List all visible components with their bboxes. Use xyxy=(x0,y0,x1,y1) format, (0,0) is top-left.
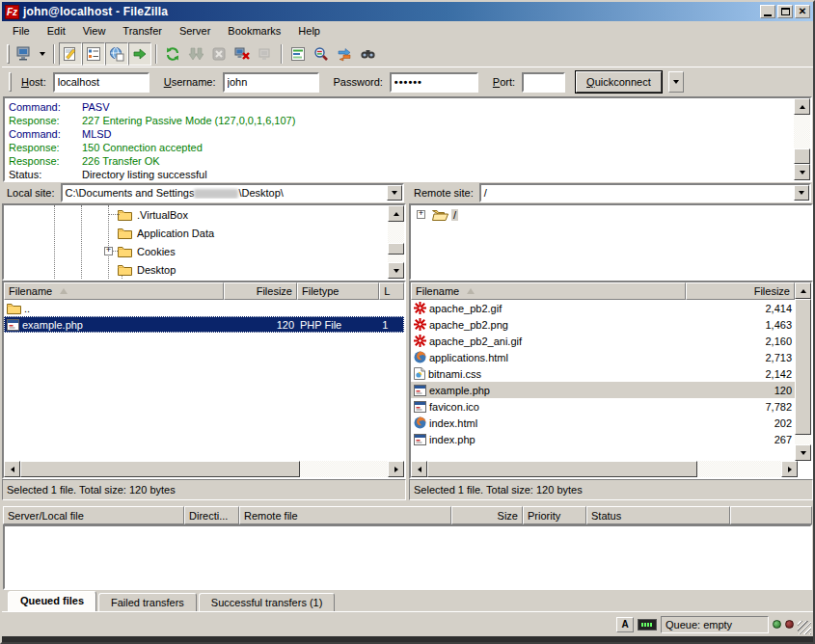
column-header-filename[interactable]: Filename xyxy=(411,282,686,300)
menu-transfer[interactable]: Transfer xyxy=(114,23,171,39)
local-site-dropdown-button[interactable] xyxy=(387,185,402,201)
scroll-left-button[interactable] xyxy=(4,461,20,477)
table-row[interactable]: favicon.ico 7,782 xyxy=(411,398,795,415)
titlebar[interactable]: Fz john@localhost - FileZilla ✕ xyxy=(2,2,813,21)
password-input[interactable] xyxy=(390,72,478,93)
queue-list[interactable] xyxy=(3,524,812,590)
tree-item[interactable]: + Application Data xyxy=(4,224,388,242)
scroll-up-button[interactable] xyxy=(388,205,404,222)
menu-edit[interactable]: Edit xyxy=(39,23,74,39)
table-row[interactable]: apache_pb2.png 1,463 xyxy=(411,316,795,333)
column-header-filetype[interactable]: Filetype xyxy=(297,282,379,300)
process-queue-button[interactable] xyxy=(184,42,207,66)
close-button[interactable]: ✕ xyxy=(795,5,810,18)
menu-bookmarks[interactable]: Bookmarks xyxy=(219,23,289,39)
disconnect-button[interactable] xyxy=(231,42,254,66)
tree-item[interactable]: .VirtualBox xyxy=(4,205,388,224)
tab-failed-transfers[interactable]: Failed transfers xyxy=(98,593,197,611)
tree-item-label[interactable]: Desktop xyxy=(135,264,177,276)
scroll-right-button[interactable] xyxy=(781,461,798,477)
toggle-local-tree-button[interactable] xyxy=(82,42,105,66)
remote-horizontal-scrollbar[interactable] xyxy=(411,461,798,477)
column-header-remote-file[interactable]: Remote file xyxy=(239,506,451,524)
local-list-body[interactable]: .. example.php 120 PHP File 1 xyxy=(4,300,404,461)
host-input[interactable] xyxy=(53,72,149,93)
tree-item-label[interactable]: .VirtualBox xyxy=(135,209,190,221)
toggle-remote-tree-button[interactable] xyxy=(105,42,128,66)
column-header-direction[interactable]: Directi... xyxy=(184,506,239,524)
expand-plus-icon[interactable]: + xyxy=(104,247,113,255)
scroll-right-button[interactable] xyxy=(388,461,404,477)
tree-item-label[interactable]: Application Data xyxy=(135,228,216,239)
directory-listing-filters-button[interactable] xyxy=(286,42,310,66)
speed-limits-icon[interactable] xyxy=(638,619,657,631)
quickconnect-button[interactable]: Quickconnect xyxy=(576,71,662,93)
remote-tree-area[interactable]: + / xyxy=(411,205,811,279)
column-header-filesize[interactable]: Filesize xyxy=(686,282,795,300)
column-header-filename[interactable]: Filename xyxy=(4,282,224,300)
tree-item[interactable]: + / xyxy=(411,205,811,224)
minimize-button[interactable] xyxy=(760,5,775,18)
find-files-button[interactable] xyxy=(356,42,379,66)
port-input[interactable] xyxy=(522,72,565,93)
remote-list-body[interactable]: apache_pb2.gif 2,414 apache_pb2.png 1,46… xyxy=(411,300,795,461)
column-header-priority[interactable]: Priority xyxy=(523,506,586,524)
table-row-selected-inactive[interactable]: example.php 120 xyxy=(411,382,795,398)
remote-list-vertical-scrollbar[interactable] xyxy=(795,282,811,461)
cancel-operation-button[interactable] xyxy=(207,42,231,66)
quickconnect-dropdown-button[interactable] xyxy=(668,71,684,93)
menu-help[interactable]: Help xyxy=(289,23,329,39)
transfer-type-ascii-icon[interactable]: A xyxy=(616,617,634,632)
column-header-filesize[interactable]: Filesize xyxy=(224,282,297,300)
username-input[interactable] xyxy=(223,72,319,93)
table-row[interactable]: index.html 202 xyxy=(411,415,795,431)
scrollbar-thumb[interactable] xyxy=(20,461,300,477)
scroll-left-button[interactable] xyxy=(411,461,427,477)
local-tree-vertical-scrollbar[interactable] xyxy=(388,205,404,279)
scrollbar-thumb[interactable] xyxy=(427,461,697,477)
scroll-down-button[interactable] xyxy=(388,262,404,279)
table-row[interactable]: apache_pb2.gif 2,414 xyxy=(411,300,795,316)
tree-item-label[interactable]: Cookies xyxy=(135,246,177,257)
column-header-status[interactable]: Status xyxy=(586,506,730,524)
tree-item[interactable]: Cookies xyxy=(4,242,388,260)
site-manager-button[interactable] xyxy=(13,42,36,66)
site-manager-dropdown-button[interactable] xyxy=(36,42,49,66)
scroll-up-button[interactable] xyxy=(794,98,810,115)
menu-server[interactable]: Server xyxy=(171,23,219,39)
refresh-button[interactable] xyxy=(161,42,184,66)
table-row-selected[interactable]: example.php 120 PHP File 1 xyxy=(4,316,404,333)
toggle-message-log-button[interactable] xyxy=(59,42,82,66)
menu-view[interactable]: View xyxy=(74,23,115,39)
tree-item-label[interactable]: / xyxy=(451,209,458,221)
scrollbar-thumb[interactable] xyxy=(795,299,811,435)
log-vertical-scrollbar[interactable] xyxy=(794,98,810,180)
table-row[interactable]: .. xyxy=(4,300,404,316)
table-row[interactable]: apache_pb2_ani.gif 2,160 xyxy=(411,333,795,349)
local-tree-area[interactable]: .VirtualBox + Application Data xyxy=(4,205,388,279)
table-row[interactable]: bitnami.css 2,142 xyxy=(411,365,795,382)
expand-plus-icon[interactable]: + xyxy=(417,210,425,219)
column-header-size[interactable]: Size xyxy=(451,506,523,524)
table-row[interactable]: applications.html 2,713 xyxy=(411,349,795,365)
tab-queued-files[interactable]: Queued files xyxy=(8,591,96,611)
local-site-combo[interactable]: C:\Documents and Settings\Desktop\ xyxy=(61,183,404,202)
scroll-down-button[interactable] xyxy=(795,444,811,461)
scroll-up-button[interactable] xyxy=(795,282,811,299)
remote-site-combo[interactable]: / xyxy=(479,183,811,202)
table-row[interactable]: index.php 267 xyxy=(411,431,795,447)
column-header-server-local-file[interactable]: Server/Local file xyxy=(3,506,184,524)
menu-file[interactable]: File xyxy=(4,23,39,39)
scroll-down-button[interactable] xyxy=(794,164,810,180)
local-horizontal-scrollbar[interactable] xyxy=(4,461,404,477)
scrollbar-thumb[interactable] xyxy=(388,243,404,255)
scrollbar-thumb[interactable] xyxy=(794,148,810,164)
resize-grip[interactable] xyxy=(798,621,811,634)
reconnect-button[interactable] xyxy=(254,42,277,66)
maximize-button[interactable] xyxy=(777,5,793,18)
toggle-transfer-queue-button[interactable] xyxy=(128,42,151,66)
column-header-lastmodified[interactable]: L xyxy=(379,282,404,300)
tree-item[interactable]: - Desktop xyxy=(4,260,388,279)
remote-site-dropdown-button[interactable] xyxy=(794,185,809,201)
directory-comparison-button[interactable] xyxy=(310,42,333,66)
